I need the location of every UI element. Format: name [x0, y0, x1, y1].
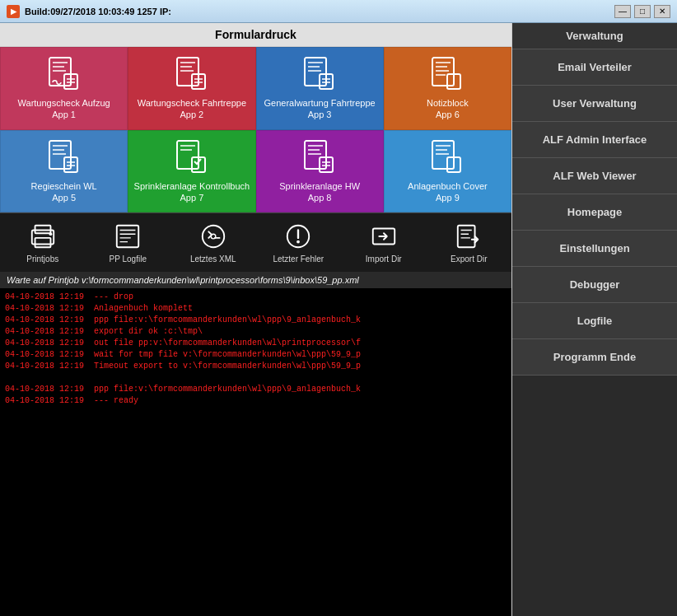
status-bar: Warte auf Printjob v:\formcommanderkunde… — [0, 272, 511, 288]
title-bar: ▶ Build:09/27/2018 10:03:49 1257 IP: — □… — [0, 0, 677, 23]
pp-logfile-button[interactable]: PP Logfile — [86, 217, 171, 268]
right-panel: Verwaltung Email Verteiler User Verwaltu… — [512, 23, 677, 616]
tile-wartungscheck-fahrtreppe[interactable]: Wartungscheck FahrtreppeApp 2 — [128, 47, 255, 130]
tile-icon-3 — [301, 56, 338, 92]
tile-6-label: Sprinkleranlage KontrollbuchApp 7 — [134, 180, 250, 204]
einstellungen-button[interactable]: Einstellungen — [512, 231, 677, 267]
tile-icon-1 — [46, 56, 82, 92]
svg-point-21 — [203, 226, 224, 247]
tile-7-label: Sprinkleranlage HWApp 8 — [279, 180, 360, 204]
tile-regieschein[interactable]: Regieschein WLApp 5 — [0, 130, 128, 213]
tile-icon-5 — [46, 139, 82, 175]
tile-row-1: Wartungscheck AufzugApp 1 Wartungscheck … — [0, 47, 511, 130]
verwaltung-header: Verwaltung — [512, 23, 677, 49]
log-area[interactable]: 04-10-2018 12:19 --- drop 04-10-2018 12:… — [0, 288, 511, 616]
logfile-button[interactable]: Logfile — [512, 303, 677, 339]
close-button[interactable]: ✕ — [654, 5, 670, 18]
svg-rect-18 — [35, 238, 50, 247]
printjobs-button[interactable]: Printjobs — [0, 217, 86, 268]
log-content: 04-10-2018 12:19 --- drop 04-10-2018 12:… — [5, 292, 507, 407]
svg-rect-26 — [458, 226, 475, 247]
alf-admin-interface-button[interactable]: ALF Admin Interface — [512, 122, 677, 158]
email-verteiler-button[interactable]: Email Verteiler — [512, 49, 677, 86]
svg-rect-2 — [177, 58, 198, 86]
letzter-fehler-label: Letzter Fehler — [273, 254, 324, 264]
title-text: Build:09/27/2018 10:03:49 1257 IP: — [25, 7, 171, 16]
letzter-fehler-icon — [283, 222, 313, 251]
letztes-xml-icon — [198, 222, 228, 251]
export-dir-button[interactable]: Export Dir — [427, 217, 512, 268]
tile-generalwartung[interactable]: Generalwartung FahrtreppeApp 3 — [256, 47, 384, 130]
tile-2-label: Wartungscheck FahrtreppeApp 2 — [138, 97, 246, 121]
tile-3-label: Generalwartung FahrtreppeApp 3 — [264, 97, 376, 121]
tile-icon-8 — [429, 139, 465, 175]
import-dir-label: Import Dir — [366, 254, 402, 264]
tile-sprinkleranlage-hw[interactable]: Sprinkleranlage HWApp 8 — [256, 130, 384, 213]
svg-rect-14 — [432, 141, 454, 169]
tile-notizblock[interactable]: NotizblockApp 6 — [384, 47, 511, 130]
import-dir-button[interactable]: Import Dir — [341, 217, 427, 268]
left-panel: Formulardruck Wartungscheck AufzugApp 1 — [0, 23, 512, 616]
main-container: Formulardruck Wartungscheck AufzugApp 1 — [0, 23, 677, 616]
bottom-toolbar: Printjobs PP Logfile — [0, 212, 511, 272]
svg-rect-8 — [49, 141, 71, 169]
programm-ende-button[interactable]: Programm Ende — [512, 339, 677, 376]
printjobs-label: Printjobs — [26, 254, 58, 264]
svg-rect-6 — [432, 58, 454, 86]
tile-4-label: NotizblockApp 6 — [427, 97, 469, 121]
homepage-button[interactable]: Homepage — [512, 194, 677, 231]
tile-1-label: Wartungscheck AufzugApp 1 — [18, 97, 110, 121]
minimize-button[interactable]: — — [614, 5, 631, 18]
window-controls[interactable]: — □ ✕ — [614, 5, 670, 18]
tile-icon-6 — [174, 139, 210, 175]
pp-logfile-icon — [113, 222, 142, 251]
svg-point-19 — [49, 232, 52, 236]
tile-row-2: Regieschein WLApp 5 Sprinkleranlage Kont… — [0, 130, 511, 213]
svg-rect-4 — [305, 58, 326, 86]
tile-wartungscheck-aufzug[interactable]: Wartungscheck AufzugApp 1 — [0, 47, 128, 130]
debugger-button[interactable]: Debugger — [512, 267, 677, 303]
tile-sprinkleranlage-kontrollbuch[interactable]: Sprinkleranlage KontrollbuchApp 7 — [128, 130, 255, 213]
title-bar-left: ▶ Build:09/27/2018 10:03:49 1257 IP: — [7, 5, 171, 18]
tile-icon-4 — [429, 56, 465, 92]
letzter-fehler-button[interactable]: Letzter Fehler — [256, 217, 342, 268]
maximize-button[interactable]: □ — [634, 5, 651, 18]
printjobs-icon — [28, 222, 58, 251]
status-text: Warte auf Printjob v:\formcommanderkunde… — [7, 275, 359, 285]
pp-logfile-label: PP Logfile — [110, 254, 147, 264]
letztes-xml-button[interactable]: Letztes XML — [170, 217, 256, 268]
import-dir-icon — [369, 222, 399, 251]
alf-web-viewer-button[interactable]: ALF Web Viewer — [512, 158, 677, 194]
user-verwaltung-button[interactable]: User Verwaltung — [512, 86, 677, 122]
letztes-xml-label: Letztes XML — [190, 254, 236, 264]
tile-5-label: Regieschein WLApp 5 — [31, 180, 97, 204]
svg-point-22 — [211, 234, 216, 239]
svg-point-24 — [296, 240, 300, 244]
formulardruck-header: Formulardruck — [0, 23, 511, 47]
tile-anlagenbuch-cover[interactable]: Anlagenbuch CoverApp 9 — [384, 130, 511, 213]
svg-rect-20 — [117, 226, 138, 247]
tile-8-label: Anlagenbuch CoverApp 9 — [408, 180, 488, 204]
app-icon: ▶ — [7, 5, 20, 18]
svg-rect-12 — [305, 141, 326, 169]
svg-rect-10 — [177, 141, 198, 169]
export-dir-label: Export Dir — [451, 254, 487, 264]
tile-icon-2 — [174, 56, 210, 92]
tile-icon-7 — [301, 139, 338, 175]
export-dir-icon — [454, 222, 483, 251]
